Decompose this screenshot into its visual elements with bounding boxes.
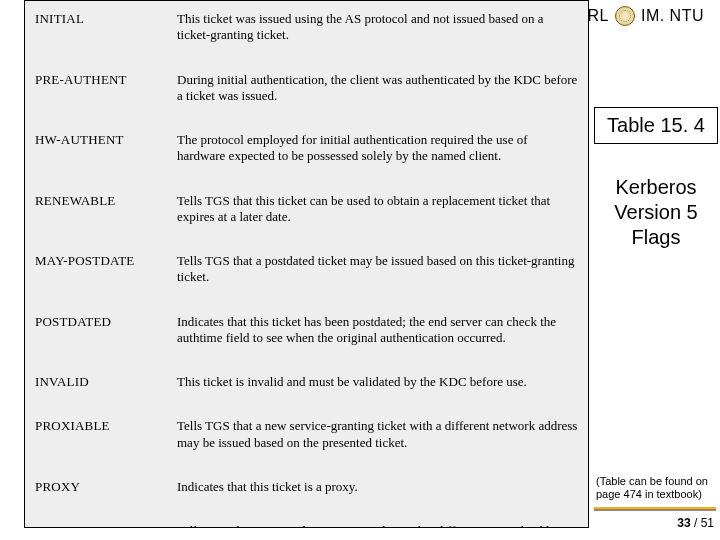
table-row: MAY-POSTDATE Tells TGS that a postdated … xyxy=(25,243,588,304)
slide-subtitle: Kerberos Version 5 Flags xyxy=(594,175,718,250)
table-row: INVALID This ticket is invalid and must … xyxy=(25,364,588,408)
flag-name: PROXIABLE xyxy=(25,408,167,469)
flag-desc: This ticket is invalid and must be valid… xyxy=(167,364,588,408)
flag-name: INITIAL xyxy=(25,1,167,62)
accent-rule xyxy=(594,507,716,510)
flag-desc: Indicates that this ticket has been post… xyxy=(167,304,588,365)
page-current: 33 xyxy=(677,516,690,530)
table-title: Table 15. 4 xyxy=(594,107,718,144)
flag-name: POSTDATED xyxy=(25,304,167,365)
flag-name: FORWARDABLE xyxy=(25,513,167,528)
flag-desc: Tells TGS that a new service-granting ti… xyxy=(167,408,588,469)
table-row: PRE-AUTHENT During initial authenticatio… xyxy=(25,62,588,123)
table-row: INITIAL This ticket was issued using the… xyxy=(25,1,588,62)
flag-desc: Tells TGS that a postdated ticket may be… xyxy=(167,243,588,304)
flag-name: PROXY xyxy=(25,469,167,513)
table-row: RENEWABLE Tells TGS that this ticket can… xyxy=(25,183,588,244)
flag-desc: Indicates that this ticket is a proxy. xyxy=(167,469,588,513)
flags-table-container: INITIAL This ticket was issued using the… xyxy=(24,0,589,528)
flag-name: MAY-POSTDATE xyxy=(25,243,167,304)
table-row: FORWARDABLE Tells TGS that a new ticket-… xyxy=(25,513,588,528)
slide: SVVRL IM. NTU INITIAL This ticket was is… xyxy=(0,0,720,540)
flags-table: INITIAL This ticket was issued using the… xyxy=(25,1,588,528)
flag-desc: The protocol employed for initial authen… xyxy=(167,122,588,183)
flag-name: PRE-AUTHENT xyxy=(25,62,167,123)
flags-table-body: INITIAL This ticket was issued using the… xyxy=(25,1,588,528)
table-row: PROXY Indicates that this ticket is a pr… xyxy=(25,469,588,513)
flag-name: INVALID xyxy=(25,364,167,408)
flag-desc: Tells TGS that this ticket can be used t… xyxy=(167,183,588,244)
page-total: 51 xyxy=(701,516,714,530)
flag-name: RENEWABLE xyxy=(25,183,167,244)
table-row: POSTDATED Indicates that this ticket has… xyxy=(25,304,588,365)
page-sep: / xyxy=(691,516,701,530)
textbook-note: (Table can be found on page 474 in textb… xyxy=(594,475,718,503)
page-number: 33 / 51 xyxy=(677,516,714,530)
flag-name: HW-AUTHENT xyxy=(25,122,167,183)
table-row: PROXIABLE Tells TGS that a new service-g… xyxy=(25,408,588,469)
table-row: HW-AUTHENT The protocol employed for ini… xyxy=(25,122,588,183)
right-column: Table 15. 4 Kerberos Version 5 Flags (Ta… xyxy=(594,0,720,540)
flag-desc: During initial authentication, the clien… xyxy=(167,62,588,123)
flag-desc: Tells TGS that a new ticket-granting tic… xyxy=(167,513,588,528)
flag-desc: This ticket was issued using the AS prot… xyxy=(167,1,588,62)
